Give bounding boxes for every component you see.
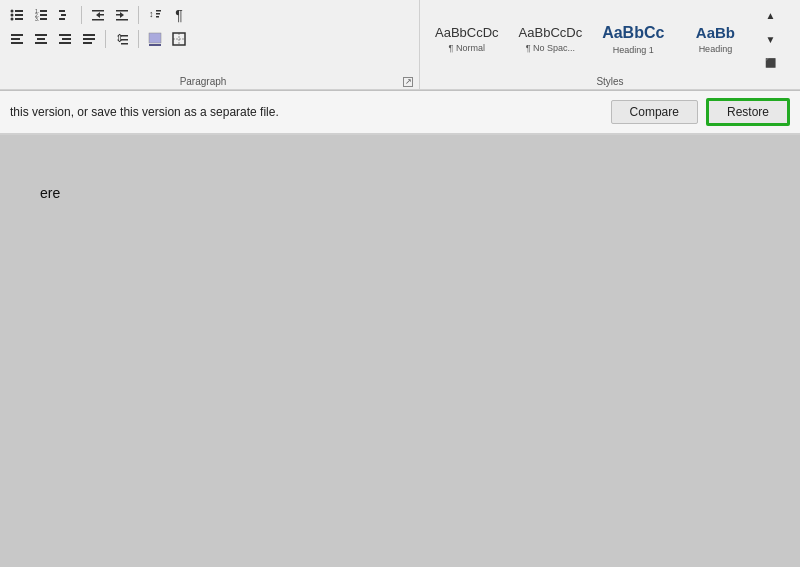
svg-rect-29 [11, 42, 23, 44]
show-paragraph-button[interactable]: ¶ [168, 4, 190, 26]
svg-rect-11 [40, 18, 47, 20]
svg-rect-21 [116, 19, 128, 21]
svg-rect-1 [15, 10, 23, 12]
ribbon-paragraph-section: 1.2.3. ↕ ¶ [0, 0, 420, 89]
svg-rect-25 [156, 13, 160, 15]
svg-rect-43 [149, 33, 161, 43]
ribbon-top: 1.2.3. ↕ ¶ [0, 0, 800, 90]
sep1 [81, 6, 82, 24]
svg-rect-9 [40, 14, 47, 16]
bullets-button[interactable] [6, 4, 28, 26]
svg-text:⇕: ⇕ [115, 32, 124, 44]
style-heading2[interactable]: AaBb Heading [675, 4, 755, 74]
paragraph-expand-icon[interactable]: ↗ [403, 77, 413, 87]
multilevel-list-button[interactable] [54, 4, 76, 26]
svg-marker-15 [96, 12, 100, 18]
svg-rect-7 [40, 10, 47, 12]
svg-rect-28 [11, 38, 20, 40]
svg-point-2 [11, 14, 14, 17]
sep2 [138, 6, 139, 24]
styles-row: AaBbCcDc ¶ Normal AaBbCcDc ¶ No Spac... … [426, 4, 794, 74]
style-heading2-label: Heading [699, 44, 733, 54]
svg-rect-40 [121, 35, 128, 37]
style-normal[interactable]: AaBbCcDc ¶ Normal [426, 4, 508, 74]
svg-text:3.: 3. [35, 16, 39, 22]
ribbon: 1.2.3. ↕ ¶ [0, 0, 800, 91]
style-heading1-preview: AaBbCc [602, 23, 664, 42]
compare-button[interactable]: Compare [611, 100, 698, 124]
svg-rect-38 [83, 42, 92, 44]
shading-button[interactable] [144, 28, 166, 50]
svg-rect-16 [92, 10, 104, 12]
numbering-button[interactable]: 1.2.3. [30, 4, 52, 26]
svg-rect-20 [116, 10, 128, 12]
svg-rect-26 [156, 16, 159, 18]
svg-rect-24 [156, 10, 161, 12]
styles-section-label: Styles [426, 74, 794, 87]
svg-point-0 [11, 10, 14, 13]
document-content: ere [0, 155, 100, 231]
svg-rect-22 [116, 14, 120, 16]
svg-rect-41 [121, 39, 128, 41]
svg-rect-32 [35, 42, 47, 44]
svg-rect-13 [61, 14, 66, 16]
svg-rect-35 [59, 42, 71, 44]
svg-rect-31 [37, 38, 45, 40]
svg-rect-14 [59, 18, 65, 20]
style-nospace-preview: AaBbCcDc [519, 25, 583, 41]
svg-rect-36 [83, 34, 95, 36]
style-heading2-preview: AaBb [696, 24, 735, 42]
svg-marker-19 [120, 12, 124, 18]
style-normal-label: ¶ Normal [449, 43, 485, 53]
decrease-indent-button[interactable] [87, 4, 109, 26]
style-heading1[interactable]: AaBbCc Heading 1 [593, 4, 673, 74]
svg-text:↕: ↕ [149, 9, 154, 19]
justify-button[interactable] [78, 28, 100, 50]
sort-button[interactable]: ↕ [144, 4, 166, 26]
svg-rect-44 [149, 44, 161, 46]
align-center-button[interactable] [30, 28, 52, 50]
sep4 [138, 30, 139, 48]
style-heading1-label: Heading 1 [613, 45, 654, 55]
styles-scroll-up[interactable]: ▲ [759, 4, 781, 26]
document-area: ere [0, 135, 800, 567]
svg-rect-3 [15, 14, 23, 16]
svg-rect-12 [59, 10, 65, 12]
styles-scroll-controls: ▲ ▼ ⬛ [759, 4, 781, 74]
align-left-button[interactable] [6, 28, 28, 50]
borders-button[interactable] [168, 28, 190, 50]
svg-rect-30 [35, 34, 47, 36]
style-nospace[interactable]: AaBbCcDc ¶ No Spac... [510, 4, 592, 74]
notification-bar: this version, or save this version as a … [0, 91, 800, 135]
svg-rect-27 [11, 34, 23, 36]
restore-button[interactable]: Restore [706, 98, 790, 126]
svg-rect-5 [15, 18, 23, 20]
sep3 [105, 30, 106, 48]
increase-indent-button[interactable] [111, 4, 133, 26]
notification-text: this version, or save this version as a … [10, 105, 603, 119]
ribbon-styles-section: AaBbCcDc ¶ Normal AaBbCcDc ¶ No Spac... … [420, 0, 800, 89]
document-text: ere [40, 185, 60, 201]
styles-more[interactable]: ⬛ [759, 52, 781, 74]
svg-point-4 [11, 18, 14, 21]
svg-rect-17 [92, 19, 104, 21]
svg-rect-37 [83, 38, 95, 40]
align-tools-row: ⇕ [6, 28, 413, 50]
line-spacing-button[interactable]: ⇕ [111, 28, 133, 50]
svg-rect-18 [100, 14, 104, 16]
list-tools-row: 1.2.3. ↕ ¶ [6, 4, 413, 26]
style-normal-preview: AaBbCcDc [435, 25, 499, 41]
paragraph-section-label: Paragraph ↗ [6, 74, 413, 87]
svg-rect-34 [62, 38, 71, 40]
svg-rect-42 [121, 43, 128, 45]
align-right-button[interactable] [54, 28, 76, 50]
styles-scroll-down[interactable]: ▼ [759, 28, 781, 50]
style-nospace-label: ¶ No Spac... [526, 43, 575, 53]
svg-rect-33 [59, 34, 71, 36]
